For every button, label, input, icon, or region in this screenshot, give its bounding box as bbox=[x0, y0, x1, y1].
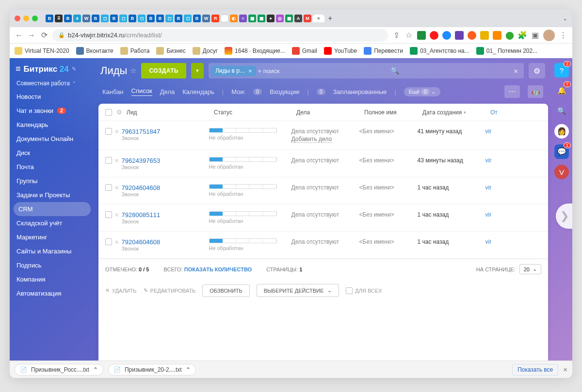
tab-icon[interactable]: W bbox=[202, 15, 210, 22]
sidebar-item[interactable]: Группы bbox=[10, 174, 95, 188]
for-all-checkbox[interactable]: ДЛЯ ВСЕХ bbox=[346, 287, 382, 294]
tab-deals[interactable]: Дела bbox=[160, 88, 175, 95]
maximize-window[interactable] bbox=[32, 16, 38, 21]
bookmark[interactable]: Gmail bbox=[292, 47, 317, 55]
bookmark[interactable]: Вконтакте bbox=[76, 47, 113, 55]
chevron-up-icon[interactable]: ⌃ bbox=[186, 366, 191, 373]
chat-icon[interactable]: 💬1 bbox=[554, 144, 569, 159]
sidebar-item[interactable]: Новости bbox=[10, 90, 95, 104]
tab-icon[interactable]: B bbox=[46, 15, 53, 22]
tab-calendar[interactable]: Календарь bbox=[182, 88, 214, 95]
panel-icon[interactable]: ▣ bbox=[531, 31, 539, 40]
extension-icon[interactable]: ⬤ bbox=[505, 31, 514, 40]
bookmark[interactable]: 1648 · Входящие... bbox=[225, 47, 285, 55]
extension-icon[interactable] bbox=[493, 31, 501, 40]
tab-list[interactable]: Список bbox=[131, 87, 152, 96]
tab-icon[interactable]: ● bbox=[267, 15, 275, 22]
edit-icon[interactable]: ✎ bbox=[72, 66, 76, 72]
sidebar-item[interactable]: CRM bbox=[14, 202, 91, 216]
tab-icon[interactable]: ▦ bbox=[285, 15, 293, 22]
row-checkbox[interactable] bbox=[105, 238, 112, 245]
menu-icon[interactable]: ⋮ bbox=[559, 31, 567, 40]
sidebar-item[interactable]: Сайты и Магазины bbox=[10, 244, 95, 258]
tab-icon[interactable]: M bbox=[304, 15, 311, 22]
bookmark[interactable]: Бизнес bbox=[156, 47, 185, 55]
responsible-link[interactable]: vir bbox=[485, 238, 500, 245]
status-bar[interactable] bbox=[209, 128, 277, 133]
create-dropdown[interactable]: ▼ bbox=[191, 63, 204, 78]
close-window[interactable] bbox=[15, 16, 20, 21]
extension-icon[interactable] bbox=[468, 31, 476, 40]
star-icon[interactable]: ☆ bbox=[404, 31, 413, 40]
col-lead[interactable]: Лид bbox=[127, 109, 214, 116]
tab-icon[interactable]: 4 bbox=[73, 15, 81, 22]
filter-incoming[interactable]: Входящие bbox=[270, 88, 300, 95]
responsible-link[interactable]: vir bbox=[485, 128, 500, 135]
row-checkbox[interactable] bbox=[105, 184, 112, 191]
sidebar-item[interactable]: Диск bbox=[10, 146, 95, 160]
tab-icon[interactable]: ◻ bbox=[101, 15, 109, 22]
search-icon[interactable]: 🔍 bbox=[554, 104, 569, 118]
bell-icon[interactable]: 🔔7 bbox=[554, 83, 569, 98]
back-icon[interactable]: ← bbox=[15, 31, 23, 40]
row-checkbox[interactable] bbox=[105, 157, 112, 164]
menu-icon[interactable]: ≡ bbox=[16, 64, 21, 74]
settings-button[interactable]: ⚙ bbox=[529, 63, 545, 78]
bookmark[interactable]: Перевести bbox=[364, 47, 403, 55]
user-avatar[interactable]: V bbox=[554, 165, 569, 179]
lead-link[interactable]: 79204604608 bbox=[122, 238, 209, 246]
tab-icon[interactable]: Я bbox=[211, 15, 219, 22]
brand[interactable]: ≡ Битрикс 24 ✎ bbox=[10, 61, 95, 77]
filter-chip[interactable]: Лиды в р…× bbox=[211, 66, 256, 76]
drag-icon[interactable]: ≡ bbox=[115, 157, 119, 164]
forward-icon[interactable]: → bbox=[27, 31, 36, 40]
tab-icon[interactable]: ◎ bbox=[276, 15, 284, 22]
tab-icon[interactable]: ▦ bbox=[248, 15, 256, 22]
bookmark[interactable]: Работа bbox=[120, 47, 150, 55]
avatar-icon[interactable]: 👩 bbox=[554, 124, 569, 139]
extension-icon[interactable] bbox=[417, 31, 426, 40]
action-select[interactable]: ВЫБЕРИТЕ ДЕЙСТВИЕ ⌄ bbox=[257, 284, 340, 297]
filter-planned[interactable]: Запланированные bbox=[333, 88, 387, 95]
status-bar[interactable] bbox=[209, 238, 277, 243]
call-button[interactable]: ОБЗВОНИТЬ bbox=[202, 284, 250, 297]
col-name[interactable]: Полное имя bbox=[364, 109, 422, 116]
show-count-link[interactable]: ПОКАЗАТЬ КОЛИЧЕСТВО bbox=[184, 267, 252, 272]
row-checkbox[interactable] bbox=[105, 211, 112, 218]
per-page-select[interactable]: 20 ⌄ bbox=[519, 264, 541, 274]
address-bar[interactable]: 🔒 b24-vtwjrr.bitrix24.ru/crm/lead/list/ bbox=[52, 29, 388, 42]
robot-button[interactable]: 🤖 bbox=[528, 85, 543, 98]
download-item[interactable]: 📄Призывник_Росс....txt ⌃ bbox=[15, 364, 103, 376]
select-all-checkbox[interactable] bbox=[105, 109, 112, 116]
tab-icon[interactable]: B bbox=[175, 15, 182, 22]
sidebar-item[interactable]: Документы Онлайн bbox=[10, 132, 95, 146]
lead-link[interactable]: 79204604608 bbox=[122, 184, 209, 191]
share-icon[interactable]: ⇪ bbox=[392, 31, 401, 40]
drag-icon[interactable]: ≡ bbox=[115, 238, 119, 246]
lead-link[interactable]: 79624397653 bbox=[122, 157, 209, 164]
sidebar-item[interactable]: Подпись bbox=[10, 258, 95, 272]
drag-icon[interactable]: ≡ bbox=[115, 211, 119, 219]
tab-active[interactable]: × bbox=[313, 15, 324, 22]
col-date[interactable]: Дата создания▾ bbox=[422, 109, 490, 116]
more-button[interactable]: ⋯ bbox=[504, 85, 520, 98]
sidebar-item[interactable]: Маркетинг bbox=[10, 230, 95, 244]
bookmark[interactable]: 03_Агентство на... bbox=[410, 47, 469, 55]
tab-icon[interactable]: B bbox=[147, 15, 155, 22]
sidebar-item[interactable]: Почта bbox=[10, 160, 95, 174]
bookmark[interactable]: YouTube bbox=[324, 47, 357, 55]
tab-icon[interactable]: B bbox=[156, 15, 164, 22]
close-icon[interactable]: × bbox=[563, 365, 567, 374]
tab-icon[interactable]: ◐ bbox=[230, 15, 238, 22]
tab-icon[interactable]: ◻ bbox=[184, 15, 192, 22]
extension-icon[interactable] bbox=[455, 31, 464, 40]
sidebar-item[interactable]: Календарь bbox=[10, 118, 95, 132]
tab-icon[interactable]: B bbox=[92, 15, 99, 22]
minimize-window[interactable] bbox=[23, 16, 29, 21]
responsible-link[interactable]: vir bbox=[485, 211, 500, 218]
filter-search[interactable]: Лиды в р…× + поиск 🔍 × bbox=[209, 63, 524, 78]
bookmark[interactable]: Virtual TEN-2020 bbox=[15, 47, 69, 55]
extension-icon[interactable] bbox=[430, 31, 438, 40]
new-tab-button[interactable]: + bbox=[328, 14, 332, 23]
tab-icon[interactable]: ◻ bbox=[138, 15, 146, 22]
